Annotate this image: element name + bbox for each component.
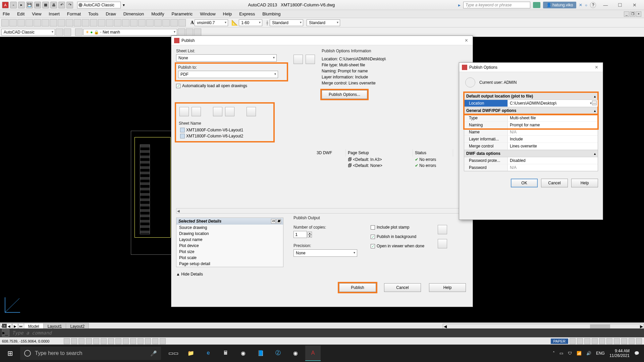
chrome2-icon[interactable]: ◉ bbox=[288, 346, 303, 361]
plot-stamp-checkbox[interactable]: Include plot stamp bbox=[371, 225, 424, 230]
notes-icon[interactable]: 📘 bbox=[253, 346, 268, 361]
remove-sheets-button[interactable] bbox=[192, 107, 201, 116]
tool-icon[interactable] bbox=[114, 19, 121, 26]
autocad-task-icon[interactable]: A bbox=[305, 346, 321, 361]
status-icon[interactable] bbox=[108, 338, 114, 344]
print-icon[interactable]: 🖶 bbox=[50, 2, 57, 8]
help-search-input[interactable]: Type a keyword or phrase bbox=[463, 2, 530, 8]
tool-icon[interactable] bbox=[50, 19, 57, 26]
mdi-close-icon[interactable]: × bbox=[636, 11, 641, 17]
tool-icon[interactable] bbox=[90, 19, 97, 26]
status-icon[interactable] bbox=[629, 338, 635, 344]
close-button[interactable]: ✕ bbox=[628, 2, 641, 8]
tool-icon[interactable] bbox=[17, 19, 25, 26]
start-button[interactable]: ⊞ bbox=[0, 345, 20, 362]
tool-icon[interactable] bbox=[42, 19, 49, 26]
user-chip[interactable]: 👤 hatung.viko bbox=[543, 2, 577, 8]
status-icon[interactable] bbox=[577, 338, 583, 344]
sheet-row[interactable]: XMT1800F-Column-V6-Layout1 bbox=[178, 127, 271, 133]
tool-icon[interactable] bbox=[82, 19, 89, 26]
details-collapse-icon[interactable]: ▭ bbox=[271, 219, 276, 224]
row-naming[interactable]: NamingPrompt for name bbox=[464, 122, 598, 129]
menu-tools[interactable]: Tools bbox=[88, 11, 98, 16]
row-location[interactable]: Location C:\Users\ADMIN\Desktop\… bbox=[464, 100, 598, 107]
clock[interactable]: 9:44 AM 11/26/2021 bbox=[609, 349, 630, 358]
row-name[interactable]: NameN/A bbox=[464, 129, 598, 136]
status-icon[interactable] bbox=[152, 338, 158, 344]
tool-icon[interactable] bbox=[106, 19, 113, 26]
dimstyle-icon[interactable]: ⟊ bbox=[266, 20, 269, 26]
tool-icon[interactable] bbox=[1, 19, 9, 26]
status-icon[interactable] bbox=[592, 338, 598, 344]
plot-icon[interactable]: ▦ bbox=[42, 2, 49, 8]
status-icon[interactable] bbox=[86, 338, 92, 344]
pval-merge[interactable]: Lines overwrite bbox=[508, 143, 598, 149]
redo-icon[interactable]: ↷ bbox=[66, 2, 73, 8]
maximize-button[interactable]: ☐ bbox=[613, 2, 627, 8]
edge-icon[interactable]: e bbox=[201, 346, 216, 361]
menu-edit[interactable]: Edit bbox=[17, 11, 24, 16]
publish-to-combo[interactable]: PDF bbox=[178, 71, 278, 78]
status-icon[interactable] bbox=[160, 338, 166, 344]
status-icon[interactable] bbox=[71, 338, 77, 344]
status-icon[interactable] bbox=[101, 338, 107, 344]
status-icon[interactable] bbox=[130, 338, 136, 344]
tool-icon[interactable] bbox=[162, 19, 170, 26]
pubopt-ok-button[interactable]: OK bbox=[511, 179, 538, 187]
status-icon[interactable] bbox=[115, 338, 121, 344]
annoscale-combo[interactable]: 1-60 bbox=[239, 19, 262, 26]
page-setup-icon[interactable]: 🗐 bbox=[348, 157, 352, 162]
workspace-combo[interactable]: AutoCAD Classic bbox=[77, 2, 121, 8]
tool-icon[interactable] bbox=[56, 28, 63, 36]
menu-help[interactable]: Help bbox=[223, 11, 232, 16]
row-password[interactable]: PasswordN/A bbox=[464, 164, 598, 171]
save-icon[interactable]: 💾 bbox=[26, 2, 33, 8]
bg-settings-button[interactable] bbox=[438, 239, 447, 248]
publish-title-bar[interactable]: Publish × bbox=[171, 36, 473, 45]
tool-icon[interactable] bbox=[178, 28, 185, 36]
layer-combo[interactable]: ☀ ● 🔒 ▫ Net manh bbox=[83, 29, 177, 36]
publish-cancel-button[interactable]: Cancel bbox=[384, 283, 421, 292]
save-list-button[interactable] bbox=[306, 55, 315, 64]
tool-icon[interactable] bbox=[186, 28, 193, 36]
row-merge[interactable]: Merge controlLines overwrite bbox=[464, 143, 598, 150]
tool-icon[interactable] bbox=[194, 28, 201, 36]
new-icon[interactable]: ▫ bbox=[10, 2, 17, 8]
status-icon[interactable] bbox=[145, 338, 151, 344]
page-setup-icon[interactable]: 🗐 bbox=[348, 163, 352, 168]
pval-pwdprot[interactable]: Disabled bbox=[508, 157, 598, 164]
move-up-button[interactable] bbox=[213, 107, 222, 116]
undo-icon[interactable]: ↶ bbox=[58, 2, 65, 8]
menu-view[interactable]: View bbox=[32, 11, 41, 16]
tool-icon[interactable] bbox=[122, 19, 129, 26]
tablestyle-combo[interactable]: Standard bbox=[307, 19, 340, 26]
status-icon[interactable] bbox=[606, 338, 612, 344]
spin-up-icon[interactable]: ▲ bbox=[308, 232, 312, 235]
menu-window[interactable]: Window bbox=[200, 11, 215, 16]
background-checkbox[interactable]: ✓Publish in background bbox=[371, 234, 424, 239]
row-type[interactable]: TypeMulti-sheet file bbox=[464, 115, 598, 122]
sheet-list-combo[interactable]: None bbox=[176, 54, 277, 62]
chrome-icon[interactable]: ◉ bbox=[235, 346, 251, 361]
tool-icon[interactable] bbox=[178, 19, 186, 26]
menu-format[interactable]: Format bbox=[67, 11, 81, 16]
publish-button[interactable]: Publish bbox=[339, 283, 376, 292]
sheet-row[interactable]: XMT1800F-Column-V6-Layout2 bbox=[178, 133, 271, 139]
page-setup-value[interactable]: <Default: In A3> bbox=[353, 157, 382, 162]
calculator-icon[interactable]: 🖩 bbox=[218, 346, 233, 361]
dimstyle-combo[interactable]: Standard bbox=[270, 19, 303, 26]
add-sheets-button[interactable] bbox=[179, 107, 189, 116]
volume-icon[interactable]: 🔊 bbox=[586, 351, 591, 356]
browse-button[interactable]: … bbox=[592, 101, 597, 105]
stamp-settings-button[interactable] bbox=[438, 225, 447, 234]
status-icon[interactable] bbox=[64, 338, 70, 344]
search-arrow-icon[interactable]: ▸ bbox=[458, 2, 461, 8]
section-dwf-pdf[interactable]: General DWF/PDF options▴ bbox=[464, 107, 598, 114]
tool-icon[interactable] bbox=[170, 19, 178, 26]
move-down-button[interactable] bbox=[225, 107, 234, 116]
status-icon[interactable] bbox=[636, 338, 642, 344]
textstyle-combo[interactable]: vnsimli0.7 bbox=[195, 19, 228, 26]
menu-dimension[interactable]: Dimension bbox=[123, 11, 144, 16]
help-icon[interactable]: ? bbox=[590, 2, 596, 8]
wifi-icon[interactable]: 📶 bbox=[577, 351, 582, 356]
